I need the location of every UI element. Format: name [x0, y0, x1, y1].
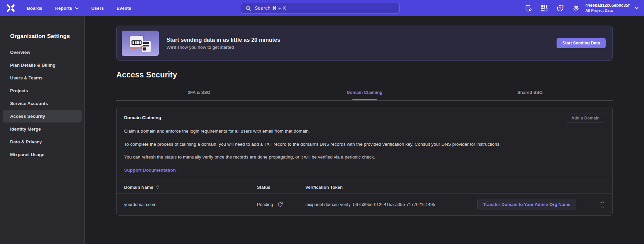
svg-text:?: ?: [559, 6, 561, 10]
primary-nav: Boards Reports Users Events: [27, 6, 131, 11]
column-header-domain-name[interactable]: Domain Name: [117, 185, 257, 190]
page-title: Access Security: [116, 70, 613, 79]
sidebar-item-plan-details-billing[interactable]: Plan Details & Billing: [3, 59, 82, 71]
sidebar-item-label: Overview: [10, 50, 30, 55]
card-description-2: To complete the process of claiming a do…: [124, 141, 605, 148]
start-sending-data-button[interactable]: Start Sending Data: [557, 38, 606, 48]
sidebar-item-label: Plan Details & Billing: [10, 63, 55, 68]
row-actions: Transfer Domain to Your Admin Org Name: [477, 199, 612, 210]
tab-label: 2FA & SSO: [188, 90, 210, 95]
onboarding-banner: Start sending data in as little as 20 mi…: [116, 26, 613, 61]
tab-shared-sso[interactable]: Shared SSO: [447, 90, 613, 100]
status-badge: Pending: [257, 202, 273, 207]
banner-illustration: [122, 31, 159, 56]
card-description-1: Claim a domain and enforce the login req…: [124, 128, 605, 135]
data-management-icon[interactable]: [525, 4, 533, 12]
sort-icon: [156, 185, 159, 189]
banner-subtitle: We'll show you how to get started: [166, 45, 280, 50]
status-cell: Pending: [257, 202, 305, 208]
sidebar-nav: Overview Plan Details & Billing Users & …: [0, 46, 84, 161]
column-header-label: Verification Token: [305, 185, 343, 190]
card-title: Domain Claiming: [124, 115, 161, 120]
navbar-right-group: ? 44eebad12c65eb0c35f All Project Data: [517, 0, 639, 16]
table-header-row: Domain Name Status Verification Token: [117, 181, 612, 194]
nav-item-label: Events: [117, 6, 131, 11]
domain-name-cell: yourdomain.com: [117, 202, 257, 207]
sidebar-item-label: Data & Privacy: [10, 139, 42, 144]
project-label: All Project Data: [585, 8, 630, 13]
column-header-verification-token: Verification Token: [305, 185, 477, 190]
column-header-label: Status: [257, 185, 270, 190]
main-area: Start sending data in as little as 20 mi…: [85, 16, 644, 244]
sidebar-item-label: Users & Teams: [10, 75, 43, 80]
sidebar-title: Organization Settings: [10, 33, 84, 40]
chevron-down-icon: [75, 7, 79, 9]
sidebar-item-identity-merge[interactable]: Identity Merge: [3, 123, 82, 135]
sidebar-item-label: Identity Merge: [10, 127, 41, 132]
support-documentation-link[interactable]: Support Documentation →: [124, 168, 182, 173]
sidebar-item-service-accounts[interactable]: Service Accounts: [3, 97, 82, 110]
access-security-tabs: 2FA & SSO Domain Claiming Shared SSO: [116, 90, 613, 101]
banner-text: Start sending data in as little as 20 mi…: [166, 37, 280, 50]
search-icon: [245, 5, 251, 11]
domains-table: Domain Name Status Verification Token yo…: [117, 181, 612, 215]
tab-label: Shared SSO: [517, 90, 542, 95]
sidebar-item-label: Mixpanel Usage: [10, 152, 44, 157]
tab-2fa-sso[interactable]: 2FA & SSO: [116, 90, 282, 100]
sidebar-item-data-privacy[interactable]: Data & Privacy: [3, 135, 82, 148]
account-chevron-down-icon[interactable]: [635, 7, 639, 9]
nav-item-label: Boards: [27, 6, 42, 11]
nav-item-reports[interactable]: Reports: [55, 6, 79, 11]
transfer-domain-button[interactable]: Transfer Domain to Your Admin Org Name: [477, 199, 576, 210]
search-input[interactable]: Search ⌘ + K: [241, 3, 400, 13]
sidebar-item-label: Projects: [10, 88, 28, 93]
nav-item-boards[interactable]: Boards: [27, 6, 42, 11]
nav-item-events[interactable]: Events: [117, 6, 131, 11]
verification-token-cell: mixpanel-domain-verify=567b39be-012f-415…: [305, 202, 477, 207]
sidebar-item-access-security[interactable]: Access Security: [3, 110, 82, 123]
column-header-status: Status: [257, 185, 305, 190]
column-header-label: Domain Name: [124, 185, 153, 190]
account-switcher[interactable]: 44eebad12c65eb0c35f All Project Data: [585, 3, 630, 13]
org-settings-sidebar: Organization Settings Overview Plan Deta…: [0, 16, 85, 244]
card-header: Domain Claiming Add a Domain: [124, 113, 605, 123]
nav-item-users[interactable]: Users: [91, 6, 104, 11]
table-row: yourdomain.com Pending mixpanel-domain-v…: [117, 194, 612, 215]
delete-domain-trash-icon[interactable]: [599, 201, 606, 208]
sidebar-item-mixpanel-usage[interactable]: Mixpanel Usage: [3, 148, 82, 161]
card-description-3: You can refresh the status to manually v…: [124, 154, 605, 161]
banner-title: Start sending data in as little as 20 mi…: [166, 37, 280, 43]
nav-item-label: Reports: [55, 6, 72, 11]
sidebar-item-overview[interactable]: Overview: [3, 46, 82, 59]
domain-claiming-card: Domain Claiming Add a Domain Claim a dom…: [116, 107, 613, 216]
settings-gear-icon[interactable]: [572, 4, 580, 12]
top-navbar: Boards Reports Users Events Search ⌘ + K: [0, 0, 644, 16]
add-domain-button[interactable]: Add a Domain: [566, 113, 605, 123]
mixpanel-logo-icon[interactable]: [6, 3, 16, 13]
sidebar-item-users-teams[interactable]: Users & Teams: [3, 71, 82, 84]
refresh-status-icon[interactable]: [277, 202, 283, 208]
help-icon[interactable]: ?: [556, 4, 564, 12]
tab-domain-claiming[interactable]: Domain Claiming: [282, 90, 447, 100]
org-id: 44eebad12c65eb0c35f: [585, 3, 630, 8]
nav-item-label: Users: [91, 6, 104, 11]
tab-label: Domain Claiming: [347, 90, 382, 95]
apps-grid-icon[interactable]: [540, 4, 548, 12]
sidebar-item-label: Service Accounts: [10, 101, 48, 106]
search-placeholder: Search ⌘ + K: [255, 5, 286, 11]
sidebar-item-projects[interactable]: Projects: [3, 84, 82, 97]
sidebar-item-label: Access Security: [10, 114, 45, 119]
